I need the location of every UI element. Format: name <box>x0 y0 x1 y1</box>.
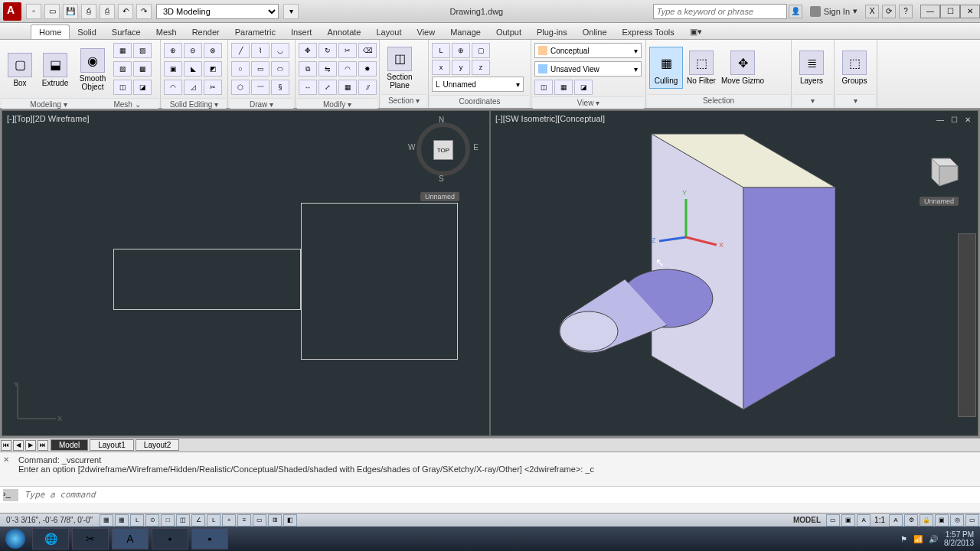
ucs-world-icon[interactable]: ⊕ <box>452 43 470 58</box>
workspace-selector[interactable]: 3D Modeling <box>156 4 279 19</box>
trim-icon[interactable]: ✂ <box>338 43 357 58</box>
tab-manage[interactable]: Manage <box>443 25 488 39</box>
sc-toggle[interactable]: ◧ <box>283 514 297 527</box>
view-tool-icon[interactable]: ◪ <box>574 80 593 95</box>
signin-button[interactable]: Sign In ▾ <box>810 6 858 17</box>
isolate-icon[interactable]: ◎ <box>950 514 964 527</box>
arc-icon[interactable]: ◡ <box>271 43 289 58</box>
copy-icon[interactable]: ⧉ <box>299 61 317 77</box>
view-tool-icon[interactable]: ▦ <box>554 80 573 95</box>
extrude-button[interactable]: ⬓Extrude <box>38 53 72 87</box>
layout-last-icon[interactable]: ⏭ <box>38 440 48 451</box>
layout-tab-model[interactable]: Model <box>51 439 88 451</box>
lwt-toggle[interactable]: ≡ <box>237 514 251 527</box>
erase-icon[interactable]: ⌫ <box>358 43 377 58</box>
viewcube-tag[interactable]: Unnamed <box>920 197 959 206</box>
extrude-face-icon[interactable]: ▣ <box>164 61 182 77</box>
tab-mesh[interactable]: Mesh <box>149 25 185 39</box>
tab-render[interactable]: Render <box>185 25 227 39</box>
chamfer-edge-icon[interactable]: ◿ <box>184 80 202 95</box>
tab-solid[interactable]: Solid <box>70 25 103 39</box>
tab-express[interactable]: Express Tools <box>615 25 682 39</box>
qat-saveas-icon[interactable]: ⎙ <box>81 4 96 19</box>
annovis-icon[interactable]: A <box>889 514 903 527</box>
fillet-edge-icon[interactable]: ◠ <box>164 80 182 95</box>
layout-first-icon[interactable]: ⏮ <box>1 440 11 451</box>
layers-button[interactable]: ≣Layers <box>795 51 828 85</box>
polar-toggle[interactable]: ⊙ <box>145 514 159 527</box>
fillet-icon[interactable]: ◠ <box>338 61 357 77</box>
taskbar-snip-icon[interactable]: ✂ <box>72 528 109 549</box>
taskbar-app-icon[interactable]: ▪ <box>191 528 228 549</box>
quickview-layouts-icon[interactable]: ▭ <box>826 514 840 527</box>
tray-network-icon[interactable]: 📶 <box>913 535 923 543</box>
taper-face-icon[interactable]: ◣ <box>184 61 202 77</box>
tab-online[interactable]: Online <box>575 25 615 39</box>
mesh-tool-icon[interactable]: ▨ <box>133 43 152 58</box>
move-icon[interactable]: ✥ <box>299 43 317 58</box>
tpy-toggle[interactable]: ▭ <box>253 514 266 527</box>
osnap-toggle[interactable]: □ <box>161 514 175 527</box>
intersect-icon[interactable]: ⊗ <box>204 43 222 58</box>
viewport-left[interactable]: [-][Top][2D Wireframe] TOP N S W E Unnam… <box>2 110 490 436</box>
ucs-x-icon[interactable]: x <box>432 60 450 75</box>
quickview-drawings-icon[interactable]: ▣ <box>841 514 855 527</box>
layout-tab-1[interactable]: Layout1 <box>90 439 134 451</box>
clock[interactable]: 1:57 PM 8/2/2013 <box>944 530 974 547</box>
culling-button[interactable]: ▦Culling <box>649 47 683 89</box>
coordinates-readout[interactable]: 0'-3 3/16", -0'-6 7/8", 0'-0" <box>0 516 99 524</box>
ucs-icon[interactable]: L <box>432 43 450 58</box>
union-icon[interactable]: ⊕ <box>164 43 182 58</box>
tray-flag-icon[interactable]: ⚑ <box>900 535 907 543</box>
tab-insert[interactable]: Insert <box>283 25 320 39</box>
taskbar-autocad-icon[interactable]: A <box>112 528 149 549</box>
snap-toggle[interactable]: ▦ <box>100 514 113 527</box>
minimize-button[interactable]: — <box>920 5 940 18</box>
stay-connected-icon[interactable]: ⟳ <box>882 5 896 18</box>
layout-tab-2[interactable]: Layout2 <box>136 439 180 451</box>
tab-home[interactable]: Home <box>31 24 70 39</box>
layout-next-icon[interactable]: ▶ <box>25 440 36 451</box>
ribbon-collapse-icon[interactable]: ▣▾ <box>682 24 710 39</box>
command-prompt-icon[interactable]: ›_ <box>3 489 18 501</box>
panel-label[interactable]: View ▾ <box>533 96 644 109</box>
space-toggle[interactable]: MODEL <box>789 516 825 524</box>
shell-icon[interactable]: ◩ <box>204 61 222 77</box>
viewcube[interactable]: Unnamed <box>916 149 962 195</box>
tray-volume-icon[interactable]: 🔊 <box>929 535 938 543</box>
ucs-z-icon[interactable]: z <box>472 60 490 75</box>
qat-save-icon[interactable]: 💾 <box>63 4 78 19</box>
command-input[interactable] <box>21 490 980 500</box>
mesh-tool-icon[interactable]: ▦ <box>113 43 132 58</box>
tab-surface[interactable]: Surface <box>104 25 149 39</box>
qat-undo-icon[interactable]: ↶ <box>118 4 133 19</box>
exchange-icon[interactable]: X <box>865 5 879 18</box>
mesh-tool-icon[interactable]: ▧ <box>113 61 132 77</box>
scale-icon[interactable]: ⤢ <box>318 80 337 95</box>
stretch-icon[interactable]: ↔ <box>299 80 317 95</box>
mesh-tool-icon[interactable]: ◫ <box>113 80 132 95</box>
polyline-icon[interactable]: ⌇ <box>251 43 270 58</box>
offset-icon[interactable]: ⫽ <box>358 80 377 95</box>
smooth-button[interactable]: ◉Smooth Object <box>74 48 112 91</box>
tab-annotate[interactable]: Annotate <box>319 25 368 39</box>
line-icon[interactable]: ╱ <box>231 43 250 58</box>
viewcube-face[interactable]: TOP <box>433 140 453 160</box>
taskbar-chrome-icon[interactable]: 🌐 <box>32 528 69 549</box>
cmd-close-icon[interactable]: ✕ <box>3 455 12 465</box>
ucs-named-combo[interactable]: LUnnamed▾ <box>432 77 524 92</box>
rectangle-icon[interactable]: ▭ <box>251 61 270 77</box>
tab-plugins[interactable]: Plug-ins <box>529 25 575 39</box>
system-tray[interactable]: ⚑ 📶 🔊 1:57 PM 8/2/2013 <box>894 530 980 547</box>
panel-label[interactable]: ▾ <box>793 94 832 106</box>
ducs-toggle[interactable]: L <box>207 514 220 527</box>
qat-plot-icon[interactable]: ⎙ <box>100 4 115 19</box>
annotation-scale[interactable]: 1:1 <box>871 516 888 524</box>
mirror-icon[interactable]: ⇋ <box>318 61 337 77</box>
polygon-icon[interactable]: ⬡ <box>231 80 250 95</box>
mesh-tool-icon[interactable]: ◪ <box>133 80 152 95</box>
section-plane-button[interactable]: ◫Section Plane <box>383 47 416 90</box>
subtract-icon[interactable]: ⊖ <box>184 43 202 58</box>
layout-prev-icon[interactable]: ◀ <box>13 440 24 451</box>
vp-maximize-icon[interactable]: ☐ <box>949 114 959 125</box>
